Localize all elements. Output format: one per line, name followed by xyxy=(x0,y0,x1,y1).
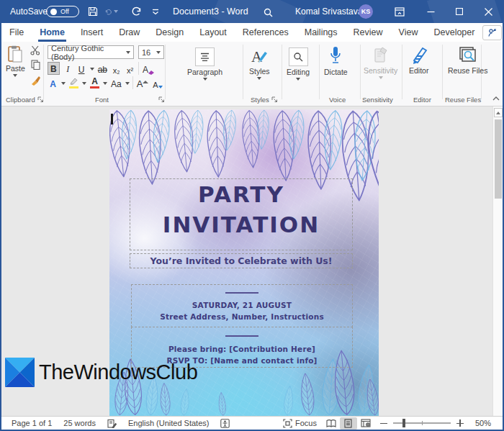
save-icon[interactable] xyxy=(86,6,99,17)
zoom-out-button[interactable] xyxy=(374,417,389,430)
autosave-toggle[interactable]: Off xyxy=(46,6,79,17)
tab-mailings[interactable]: Mailings xyxy=(297,23,346,42)
cut-icon[interactable] xyxy=(29,45,42,56)
invitation-subtitle-box[interactable]: You’re Invited to Celebrate with Us! xyxy=(130,253,353,268)
reuse-files-button[interactable]: Reuse Files xyxy=(448,46,487,75)
highlight-button[interactable] xyxy=(68,76,79,89)
chevron-down-icon xyxy=(203,78,207,81)
scroll-up-icon[interactable] xyxy=(494,108,503,117)
font-color-chevron-icon[interactable] xyxy=(103,82,107,85)
font-color-button[interactable]: A xyxy=(89,76,100,89)
grow-font-button[interactable]: A xyxy=(136,76,150,89)
tab-insert[interactable]: Insert xyxy=(73,23,111,42)
divider-line xyxy=(225,292,258,294)
focus-button[interactable]: Focus xyxy=(277,417,323,430)
undo-icon[interactable] xyxy=(105,6,118,17)
invitation-subtitle[interactable]: You’re Invited to Celebrate with Us! xyxy=(130,255,352,266)
invitation-title-line1[interactable]: PARTY xyxy=(130,183,352,206)
print-layout-button[interactable] xyxy=(340,417,357,430)
paragraph-lines-icon xyxy=(199,53,210,62)
language-indicator[interactable]: English (United States) xyxy=(122,417,215,430)
autosave-label: AutoSave xyxy=(10,0,48,23)
web-layout-icon xyxy=(361,419,371,427)
proofing-status-icon[interactable] xyxy=(102,417,122,430)
zoom-slider[interactable] xyxy=(393,422,451,424)
editor-group-label: Editor xyxy=(413,96,431,104)
chevron-down-icon xyxy=(156,51,161,54)
ribbon-tabs: File Home Insert Draw Design Layout Refe… xyxy=(1,23,503,42)
maximize-button[interactable] xyxy=(447,0,472,23)
read-mode-button[interactable] xyxy=(323,417,340,430)
copy-icon[interactable] xyxy=(29,59,42,71)
grow-font-caret-icon xyxy=(143,81,148,83)
reuse-files-group-label: Reuse Files xyxy=(445,96,481,104)
styles-dialog-launcher-icon[interactable] xyxy=(271,96,278,103)
text-effects-button[interactable]: A xyxy=(48,76,58,89)
ribbon-display-options-icon[interactable] xyxy=(393,6,406,17)
styles-group-label: Styles xyxy=(251,96,278,104)
autosave-state: Off xyxy=(60,8,69,15)
font-group-label: Font xyxy=(95,96,109,104)
paragraph-button[interactable]: Paragraph xyxy=(187,47,222,81)
web-layout-button[interactable] xyxy=(357,417,374,430)
bold-button[interactable]: B xyxy=(48,62,60,75)
focus-icon xyxy=(283,419,292,428)
sensitivity-button[interactable]: Sensitivity xyxy=(364,46,397,79)
tab-draw[interactable]: Draw xyxy=(111,23,148,42)
user-name[interactable]: Komal Srivastava xyxy=(295,0,362,23)
share-button[interactable] xyxy=(482,25,502,40)
clear-formatting-button[interactable]: A xyxy=(142,62,155,75)
invitation-date[interactable]: SATURDAY, 21 AUGUST xyxy=(132,301,352,309)
vertical-scrollbar[interactable] xyxy=(492,106,503,416)
text-effects-chevron-icon[interactable] xyxy=(61,82,66,85)
scrollbar-thumb[interactable] xyxy=(495,119,502,199)
collapse-ribbon-icon[interactable] xyxy=(491,94,501,104)
font-name-select[interactable]: Century Gothic (Body) xyxy=(48,45,134,59)
editor-button[interactable]: Editor xyxy=(409,46,428,75)
close-button[interactable] xyxy=(476,0,500,23)
invitation-details-box[interactable]: SATURDAY, 21 AUGUST Street Address, Numb… xyxy=(131,284,353,327)
invitation-title-line2[interactable]: INVITATION xyxy=(130,214,352,236)
tab-file[interactable]: File xyxy=(1,23,32,42)
zoom-percent[interactable]: 50% xyxy=(469,417,503,430)
word-count[interactable]: 25 words xyxy=(58,417,102,430)
tab-review[interactable]: Review xyxy=(346,23,391,42)
tab-developer[interactable]: Developer xyxy=(426,23,482,42)
page-indicator[interactable]: Page 1 of 1 xyxy=(1,417,58,430)
shrink-font-button[interactable]: A xyxy=(152,76,163,89)
search-icon[interactable] xyxy=(261,6,274,18)
redo-icon[interactable] xyxy=(130,6,143,17)
dictate-button[interactable]: Dictate xyxy=(324,46,348,76)
invitation-title-box[interactable]: PARTY INVITATION xyxy=(130,178,353,250)
underline-button[interactable]: U xyxy=(76,62,87,75)
highlight-chevron-icon[interactable] xyxy=(82,82,86,85)
avatar[interactable]: KS xyxy=(359,4,373,19)
zoom-slider-thumb[interactable] xyxy=(402,419,405,427)
underline-chevron-icon[interactable] xyxy=(90,68,94,71)
zoom-in-button[interactable] xyxy=(455,417,469,430)
strikethrough-button[interactable]: ab xyxy=(97,62,108,75)
invitation-bring[interactable]: Please bring: [Contribution Here] xyxy=(132,345,352,353)
change-case-chevron-icon[interactable] xyxy=(125,82,130,85)
change-case-button[interactable]: Aa xyxy=(110,76,122,89)
minimize-button[interactable] xyxy=(418,0,443,23)
tab-home[interactable]: Home xyxy=(32,23,73,42)
quick-access-overflow-icon[interactable] xyxy=(149,6,162,17)
styles-button[interactable]: A Styles xyxy=(249,47,270,80)
superscript-button[interactable]: x² xyxy=(125,62,135,75)
invitation-address[interactable]: Street Address, Number, Instructions xyxy=(132,312,352,321)
accessibility-icon[interactable] xyxy=(215,417,235,430)
subscript-button[interactable]: x₂ xyxy=(111,62,122,75)
chevron-down-icon xyxy=(13,74,17,77)
tab-references[interactable]: References xyxy=(235,23,297,42)
tab-design[interactable]: Design xyxy=(148,23,192,42)
paste-button[interactable]: Paste xyxy=(6,45,25,77)
clipboard-dialog-launcher-icon[interactable] xyxy=(37,96,44,103)
editing-button[interactable]: Editing xyxy=(287,47,310,81)
format-painter-icon[interactable] xyxy=(29,74,42,86)
tab-view[interactable]: View xyxy=(391,23,426,42)
font-dialog-launcher-icon[interactable] xyxy=(158,96,165,103)
font-size-select[interactable]: 16 xyxy=(138,45,164,59)
tab-layout[interactable]: Layout xyxy=(192,23,235,42)
italic-button[interactable]: I xyxy=(63,62,73,75)
